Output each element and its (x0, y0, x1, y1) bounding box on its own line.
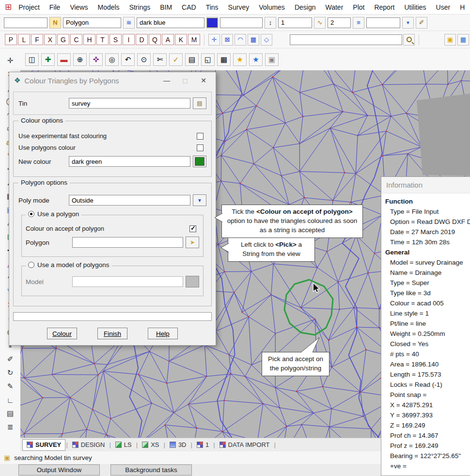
menu-utilities[interactable]: Utilities (399, 0, 431, 15)
fence-icon[interactable]: ✄ (153, 53, 167, 66)
use-model-option[interactable]: Use a model of polygons (26, 261, 112, 269)
corner-icon[interactable]: ∟ (4, 395, 16, 405)
tin-select-icon[interactable]: ▤ (193, 97, 206, 109)
dock-icon[interactable]: ▣ (265, 53, 279, 66)
use-polygon-radio[interactable] (28, 211, 34, 217)
mode-button-k[interactable]: K (175, 34, 187, 45)
use-model-radio[interactable] (28, 262, 34, 268)
measure-icon[interactable]: ≣ (4, 422, 16, 432)
menu-design[interactable]: Design (290, 0, 321, 15)
cursor-snap-icon[interactable]: ◇ (261, 34, 272, 46)
menu-tins[interactable]: Tins (201, 0, 223, 15)
polygon-input[interactable] (72, 237, 183, 248)
draw-icon[interactable]: ✎ (4, 381, 16, 392)
tab-survey[interactable]: SURVEY (22, 439, 65, 451)
menu-file[interactable]: File (45, 0, 65, 15)
point-snap-icon[interactable]: ✛ (208, 34, 220, 46)
null-model-icon[interactable]: N (49, 17, 61, 29)
finish-button[interactable]: Finish (97, 328, 127, 339)
string-inquire-icon[interactable]: ≋ (123, 17, 135, 29)
fast-colouring-checkbox[interactable] (197, 133, 204, 140)
menu-report[interactable]: Report (369, 0, 399, 15)
mode-button-t[interactable]: T (96, 34, 109, 45)
menu-water[interactable]: Water (320, 0, 348, 15)
redraw-icon[interactable]: ✓ (169, 53, 183, 66)
menu-plot[interactable]: Plot (348, 0, 369, 15)
use-polygon-option[interactable]: Use a polygon (26, 210, 81, 218)
pan-icon[interactable]: ✜ (89, 53, 103, 66)
layers-icon[interactable]: ≡ (353, 17, 364, 29)
copy-view-icon[interactable]: ◱ (201, 53, 215, 66)
maximize-icon[interactable]: ◻ (178, 77, 192, 84)
eyedropper-icon[interactable]: ✐ (416, 17, 427, 29)
polygons-colour-checkbox[interactable] (197, 144, 204, 151)
open-folder-icon[interactable]: ▣ (444, 34, 456, 46)
model-field[interactable] (366, 17, 400, 28)
menu-cad[interactable]: CAD (177, 0, 201, 15)
mode-button-c[interactable]: C (70, 34, 82, 45)
tab-xs[interactable]: XS (138, 439, 163, 451)
colour-swatch-button[interactable] (206, 17, 218, 29)
pick-string-icon[interactable]: ➤ (186, 237, 199, 248)
number-field-2[interactable] (328, 17, 351, 28)
tab-1[interactable]: 1 (193, 439, 213, 451)
print-icon[interactable]: ▤ (185, 53, 199, 66)
cad-text-field[interactable] (4, 17, 47, 28)
snippet-star-icon[interactable]: ★ (249, 53, 263, 66)
menu-project[interactable]: Project (14, 0, 45, 15)
dialog-title-bar[interactable]: ❖ Colour Triangles by Polygons — ◻ ✕ (9, 72, 216, 89)
line-snap-icon[interactable]: ⊠ (221, 34, 233, 46)
colour-field[interactable] (137, 17, 204, 28)
poly-mode-dropdown-icon[interactable]: ▼ (193, 194, 206, 206)
menu-bim[interactable]: BIM (155, 0, 177, 15)
model-select-button[interactable] (186, 276, 199, 287)
search-input[interactable] (290, 34, 402, 45)
colour-button[interactable]: Colour (47, 328, 77, 339)
library-icon[interactable]: ▦ (457, 34, 469, 46)
minimize-icon[interactable]: — (159, 77, 174, 84)
zoom-window-icon[interactable]: ◎ (105, 53, 119, 66)
edit-icon[interactable]: ✐ (4, 354, 16, 365)
menu-models[interactable]: Models (93, 0, 124, 15)
mode-button-f[interactable]: F (31, 34, 43, 45)
mode-button-h[interactable]: H (83, 34, 95, 45)
grid-snap-icon[interactable]: ▦ (248, 34, 259, 46)
mode-button-i[interactable]: I (123, 34, 135, 45)
help-button[interactable]: Help (148, 328, 178, 339)
colour-on-accept-checkbox[interactable] (189, 225, 196, 232)
menu-h[interactable]: H (455, 0, 470, 15)
mode-button-a[interactable]: A (162, 34, 174, 45)
new-colour-input[interactable] (69, 156, 190, 167)
add-view-icon[interactable]: ✚ (41, 53, 55, 66)
table-icon[interactable]: ▤ (4, 408, 16, 419)
mode-button-g[interactable]: G (57, 34, 69, 45)
output-window-tab[interactable]: Output Window (18, 464, 100, 476)
favourite-star-icon[interactable]: ★ (233, 53, 247, 66)
views-icon[interactable]: ◫ (25, 53, 39, 66)
background-tasks-tab[interactable]: Background tasks (110, 464, 192, 476)
select-icon[interactable]: ✛ (4, 55, 16, 66)
number-field-1[interactable] (278, 17, 312, 28)
picked-polygon[interactable] (284, 280, 333, 335)
menu-strings[interactable]: Strings (125, 0, 156, 15)
dropdown-icon[interactable]: ▼ (402, 17, 414, 29)
menu-survey[interactable]: Survey (223, 0, 254, 15)
tab-design[interactable]: DESIGN (68, 439, 109, 451)
search-icon[interactable] (403, 34, 415, 46)
mode-button-p[interactable]: P (5, 34, 17, 45)
poly-mode-input[interactable] (69, 195, 190, 206)
model-input[interactable] (72, 276, 183, 287)
zoom-in-icon[interactable]: ⊕ (73, 53, 87, 66)
close-icon[interactable]: ✕ (196, 77, 211, 84)
mode-button-d[interactable]: D (136, 34, 148, 45)
sheet-icon[interactable]: ▦ (217, 53, 231, 66)
menu-views[interactable]: Views (65, 0, 93, 15)
tab-ls[interactable]: LS (111, 439, 136, 451)
menu-user[interactable]: User (431, 0, 455, 15)
magnify-icon[interactable]: ⊙ (137, 53, 151, 66)
mode-button-m[interactable]: M (188, 34, 200, 45)
tab-3d[interactable]: 3D (166, 439, 190, 451)
sort-icon[interactable]: ↕ (265, 17, 276, 29)
profile-icon[interactable]: ∿ (314, 17, 326, 29)
rotate-icon[interactable]: ↻ (4, 367, 16, 378)
